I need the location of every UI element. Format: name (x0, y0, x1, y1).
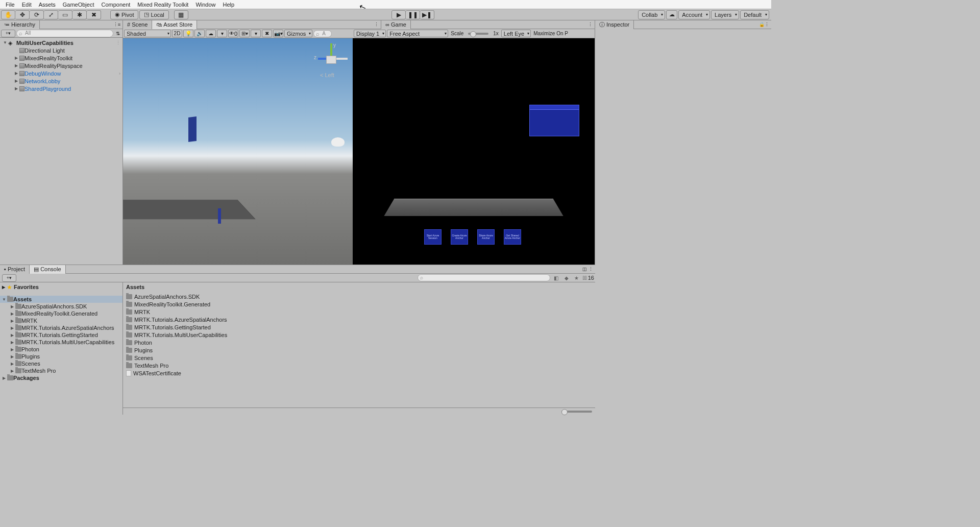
custom-tool[interactable]: ✖ (87, 10, 101, 19)
game-tab[interactable]: ∞Game (381, 20, 411, 29)
fx-toggle[interactable]: ☁ (206, 30, 216, 37)
inspector-tab[interactable]: ⓘInspector (595, 20, 634, 29)
menu-help[interactable]: Help (219, 1, 238, 9)
gizmo-x-axis[interactable] (336, 58, 348, 60)
assets-root[interactable]: Assets (0, 296, 122, 303)
asset-item[interactable]: TextMesh Pro (126, 362, 592, 369)
expand-icon[interactable] (9, 340, 15, 345)
breadcrumb[interactable]: Assets (123, 282, 595, 292)
expand-icon[interactable] (13, 63, 19, 68)
play-button[interactable]: ▶ (391, 10, 406, 19)
filter-by-type-icon[interactable]: ◧ (552, 274, 560, 281)
snap-button[interactable]: ▦ (174, 10, 188, 19)
2d-toggle[interactable]: 2D (172, 30, 182, 37)
game-viewport[interactable]: Start Azure SessionCreate Azure AnchorSh… (353, 38, 595, 265)
hierarchy-item[interactable]: DebugWindow› (0, 69, 122, 77)
expand-icon[interactable] (13, 71, 19, 76)
menu-edit[interactable]: Edit (18, 1, 35, 9)
asset-item[interactable]: MRTK.Tutorials.MultiUserCapabilities (126, 331, 592, 339)
context-icon[interactable]: ⋮ (116, 40, 120, 45)
scene-root[interactable]: ◈ MultiUserCapabilities ⋮ (0, 39, 122, 46)
collab-dropdown[interactable]: Collab (638, 10, 665, 19)
thumbnail-size-slider[interactable] (561, 411, 592, 413)
expand-icon[interactable] (13, 79, 19, 83)
expand-icon[interactable] (1, 376, 7, 380)
shading-dropdown[interactable]: Shaded (124, 30, 171, 37)
hierarchy-item[interactable]: MixedRealityPlayspace (0, 62, 122, 69)
local-toggle[interactable]: ◳Local (139, 10, 168, 19)
hidden-count[interactable]: 👁0 (228, 30, 238, 37)
gizmo-cube[interactable] (326, 56, 336, 64)
project-folder[interactable]: MixedRealityToolkit.Generated (0, 310, 122, 317)
account-dropdown[interactable]: Account (678, 10, 710, 19)
create-dropdown[interactable]: +▾ (1, 30, 15, 37)
project-folder[interactable]: Plugins (0, 353, 122, 360)
project-folder[interactable]: Scenes (0, 360, 122, 367)
item-overrides-icon[interactable]: › (119, 71, 120, 76)
scene-viewport[interactable]: < Left (123, 38, 353, 265)
transform-tool[interactable]: ✱ (72, 10, 87, 19)
expand-icon[interactable] (9, 312, 15, 316)
expand-icon[interactable] (9, 369, 15, 373)
favorites-header[interactable]: ▶★Favorites (0, 283, 122, 291)
hierarchy-item[interactable]: MixedRealityToolkit (0, 54, 122, 62)
scene-panel-menu[interactable]: ⋮ (372, 22, 381, 27)
pause-button[interactable]: ❚❚ (406, 10, 420, 19)
hierarchy-tab[interactable]: ≔Hierarchy (0, 20, 40, 29)
orientation-gizmo[interactable]: < Left (315, 43, 348, 84)
assetstore-tab[interactable]: 🛍Asset Store (152, 20, 197, 29)
menu-assets[interactable]: Assets (35, 1, 59, 9)
console-tab[interactable]: ▤Console (30, 265, 65, 274)
scene-tab[interactable]: #Scene (123, 20, 152, 29)
eye-dropdown[interactable]: Left Eye (501, 30, 531, 37)
expand-icon[interactable] (1, 297, 7, 302)
project-folder[interactable]: AzureSpatialAnchors.SDK (0, 303, 122, 310)
expand-icon[interactable] (9, 304, 15, 309)
cloud-button[interactable]: ☁ (666, 10, 677, 19)
scale-tool[interactable]: ⤢ (44, 10, 58, 19)
layout-dropdown[interactable]: Default (740, 10, 769, 19)
project-search[interactable] (418, 274, 550, 281)
expand-icon[interactable] (9, 319, 15, 323)
project-tab[interactable]: ▪Project (0, 265, 30, 274)
project-folder[interactable]: MRTK.Tutorials.MultiUserCapabilities (0, 339, 122, 346)
light-toggle[interactable]: 💡 (183, 30, 193, 37)
camera-toggle[interactable]: ✖ (262, 30, 272, 37)
rect-tool[interactable]: ▭ (58, 10, 72, 19)
hand-tool[interactable]: ✋ (1, 10, 15, 19)
project-panel-menu[interactable]: ◫ ⋮ (580, 267, 595, 272)
project-folder[interactable]: Photon (0, 346, 122, 353)
aspect-dropdown[interactable]: Free Aspect (387, 30, 448, 37)
gizmos-dropdown[interactable]: Gizmos (284, 30, 312, 37)
menu-window[interactable]: Window (192, 1, 219, 9)
search-sort-icon[interactable]: ⇅ (113, 31, 122, 36)
hierarchy-item[interactable]: NetworkLobby (0, 77, 122, 85)
project-folder[interactable]: MRTK (0, 317, 122, 324)
project-folder[interactable]: MRTK.Tutorials.AzureSpatialAnchors (0, 324, 122, 331)
expand-icon[interactable] (9, 326, 15, 330)
layers-dropdown[interactable]: Layers (711, 10, 739, 19)
grid-toggle[interactable]: ⊞▾ (239, 30, 250, 37)
hierarchy-item[interactable]: Directional Light (0, 46, 122, 54)
menu-gameobject[interactable]: GameObject (59, 1, 98, 9)
display-dropdown[interactable]: Display 1 (354, 30, 386, 37)
gizmo-z-axis[interactable] (318, 58, 326, 60)
expand-icon[interactable] (9, 354, 15, 359)
move-tool[interactable]: ✥ (15, 10, 30, 19)
fx-dropdown[interactable]: ▾ (217, 30, 227, 37)
scale-slider[interactable] (468, 33, 488, 35)
audio-toggle[interactable]: 🔊 (194, 30, 205, 37)
cam-dropdown[interactable]: 📷▾ (273, 30, 283, 37)
hierarchy-item[interactable]: SharedPlayground (0, 85, 122, 92)
hidden-count[interactable]: 👁̸16 (583, 275, 594, 281)
expand-icon[interactable] (9, 333, 15, 338)
filter-by-label-icon[interactable]: ◆ (562, 274, 571, 281)
asset-item[interactable]: MRTK (126, 308, 592, 316)
asset-item[interactable]: MRTK.Tutorials.AzureSpatialAnchors (126, 316, 592, 323)
tools-dropdown[interactable]: ▾ (251, 30, 261, 37)
gizmo-y-axis[interactable] (330, 43, 332, 56)
expand-icon[interactable] (9, 362, 15, 366)
project-create[interactable]: +▾ (2, 274, 16, 282)
asset-item[interactable]: Photon (126, 339, 592, 346)
save-search-icon[interactable]: ★ (573, 274, 581, 281)
